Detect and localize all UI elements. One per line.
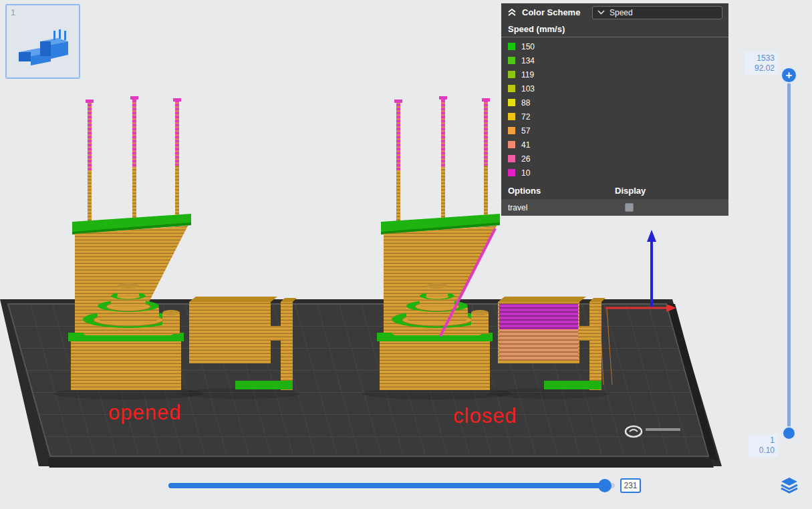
move-slider-handle[interactable] <box>598 479 612 492</box>
min-layer: 1 <box>752 436 775 446</box>
legend-row: 88 <box>501 96 728 110</box>
legend-row: 26 <box>501 152 728 166</box>
plate-number: 1 <box>11 7 15 17</box>
plus-icon: + <box>786 69 793 82</box>
panel-title: Color Scheme <box>522 7 580 17</box>
speed-section-title: Speed (mm/s) <box>501 21 728 37</box>
legend-value: 72 <box>521 112 530 122</box>
dropdown-value: Speed <box>610 8 633 17</box>
move-slider-track[interactable] <box>168 483 615 488</box>
legend-row: 134 <box>501 53 728 67</box>
legend-row: 57 <box>501 124 728 138</box>
layer-slider-track[interactable] <box>787 79 791 434</box>
layer-slider-bottom-handle[interactable] <box>782 426 796 440</box>
options-header-row: Options Display <box>501 182 728 199</box>
legend-row: 103 <box>501 81 728 96</box>
legend-value: 57 <box>521 126 530 136</box>
chevron-down-icon <box>597 10 605 15</box>
collapse-icon[interactable] <box>507 8 517 17</box>
color-swatch <box>508 127 515 134</box>
color-swatch <box>508 141 515 148</box>
max-height: 92.02 <box>748 63 775 73</box>
annotation-closed: closed <box>453 404 517 428</box>
legend-value: 41 <box>521 140 530 150</box>
legend-row: 150 <box>501 39 728 53</box>
legend-row: 119 <box>501 67 728 81</box>
color-swatch <box>508 85 515 92</box>
travel-checkbox[interactable] <box>625 203 634 212</box>
display-title: Display <box>615 186 646 196</box>
legend-value: 150 <box>521 42 535 51</box>
travel-label: travel <box>508 203 527 212</box>
options-title: Options <box>508 186 541 196</box>
legend-value: 10 <box>521 168 530 178</box>
color-swatch <box>508 113 515 120</box>
color-scheme-dropdown[interactable]: Speed <box>592 6 722 19</box>
layer-range-top-value: 1533 92.02 <box>745 52 778 75</box>
legend-value: 103 <box>521 84 535 94</box>
color-swatch <box>508 57 515 64</box>
legend-row: 10 <box>501 166 728 180</box>
legend-value: 26 <box>521 154 530 164</box>
color-scheme-panel: Color Scheme Speed Speed (mm/s) 150 134 … <box>501 3 728 216</box>
color-swatch <box>508 155 515 162</box>
plate-preview-image <box>13 21 75 68</box>
layers-icon <box>779 475 799 495</box>
color-scheme-header: Color Scheme Speed <box>501 3 728 21</box>
color-swatch <box>508 169 515 176</box>
legend-row: 41 <box>501 138 728 152</box>
move-slider-value: 231 <box>620 478 641 493</box>
plate-thumbnail[interactable]: 1 <box>5 4 80 79</box>
color-swatch <box>508 71 515 78</box>
legend-row: 72 <box>501 110 728 124</box>
move-slider-fill <box>168 483 603 488</box>
layer-range-bottom-value: 1 0.10 <box>749 434 778 457</box>
legend-value: 88 <box>521 98 530 108</box>
legend-value: 119 <box>521 70 534 79</box>
max-layer: 1533 <box>748 53 775 63</box>
annotation-opened: opened <box>108 401 181 425</box>
color-swatch <box>508 99 515 106</box>
model-opened[interactable] <box>53 96 301 399</box>
legend-value: 134 <box>521 56 535 65</box>
min-height: 0.10 <box>752 446 775 456</box>
layer-slider-top-handle[interactable]: + <box>781 67 797 83</box>
travel-option-row: travel <box>501 199 728 216</box>
layers-view-button[interactable] <box>779 475 799 495</box>
color-swatch <box>508 43 515 50</box>
speed-legend: 150 134 119 103 88 72 57 41 <box>501 37 728 182</box>
